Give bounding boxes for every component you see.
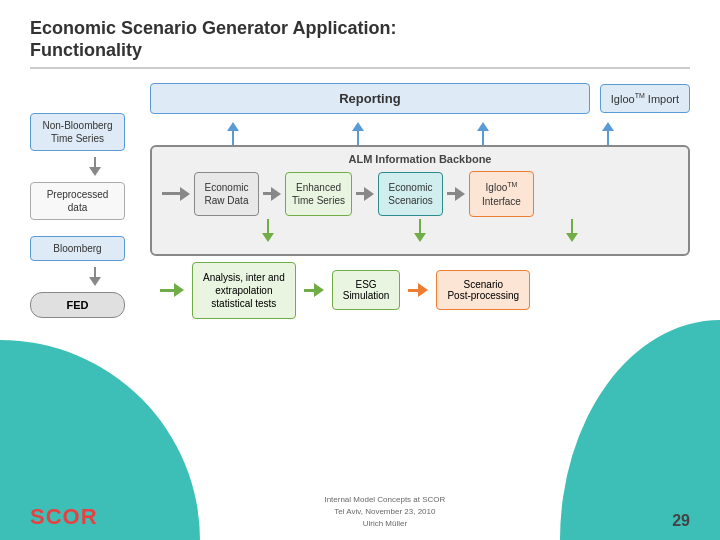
down-arrow-3 <box>566 219 578 242</box>
right-section: Reporting IglooTM Import <box>150 83 690 318</box>
footer-logo: SCOR <box>30 504 98 530</box>
analysis-to-esg-arrow <box>304 283 324 297</box>
arrow-down-2 <box>40 267 150 286</box>
alm-arrow-1 <box>263 187 281 201</box>
footer: SCOR Internal Model Concepts at SCOR Tel… <box>30 494 690 530</box>
down-arrows-row <box>162 219 678 242</box>
main-layout: Non-Bloomberg Time Series Preprocessed d… <box>30 83 690 318</box>
alm-arrow-3 <box>447 187 465 201</box>
footer-page-number: 29 <box>672 512 690 530</box>
reporting-bar: Reporting <box>150 83 590 114</box>
scenario-box: Scenario Post-processing <box>436 270 530 310</box>
arrow-down-1 <box>40 157 150 176</box>
fed-cylinder: FED <box>30 292 125 318</box>
igloo-import-box: IglooTM Import <box>600 84 690 113</box>
alm-economic-raw: EconomicRaw Data <box>194 172 259 216</box>
up-arrow-1 <box>227 122 239 145</box>
reporting-row: Reporting IglooTM Import <box>150 83 690 114</box>
up-arrow-3 <box>477 122 489 145</box>
alm-enhanced-series: EnhancedTime Series <box>285 172 352 216</box>
title-divider <box>30 67 690 69</box>
down-arrow-1 <box>262 219 274 242</box>
alm-igloo-interface: IglooTMInterface <box>469 171 534 216</box>
alm-backbone: ALM Information Backbone EconomicRaw Dat… <box>150 145 690 255</box>
left-to-alm-arrow <box>162 187 190 201</box>
up-arrow-2 <box>352 122 364 145</box>
up-arrows-row <box>150 122 690 145</box>
alm-inner-row: EconomicRaw Data EnhancedTime Series <box>162 171 678 216</box>
analysis-box: Analysis, inter and extrapolation statis… <box>192 262 296 319</box>
alm-arrow-2 <box>356 187 374 201</box>
preprocessed-box: Preprocessed data <box>30 182 125 220</box>
esg-to-scenario-arrow <box>408 283 428 297</box>
analysis-row: Analysis, inter and extrapolation statis… <box>160 262 690 319</box>
bloomberg-box: Bloomberg <box>30 236 125 261</box>
page-title: Economic Scenario Generator Application:… <box>30 18 690 61</box>
left-section: Non-Bloomberg Time Series Preprocessed d… <box>30 83 150 318</box>
esg-box: ESG Simulation <box>332 270 401 310</box>
alm-economic-scenarios: EconomicScenarios <box>378 172 443 216</box>
non-bloomberg-box: Non-Bloomberg Time Series <box>30 113 125 151</box>
down-arrow-2 <box>414 219 426 242</box>
bottom-left-arrow <box>160 283 184 297</box>
alm-title: ALM Information Backbone <box>162 153 678 165</box>
up-arrow-4 <box>602 122 614 145</box>
footer-info: Internal Model Concepts at SCOR Tel Aviv… <box>324 494 445 530</box>
